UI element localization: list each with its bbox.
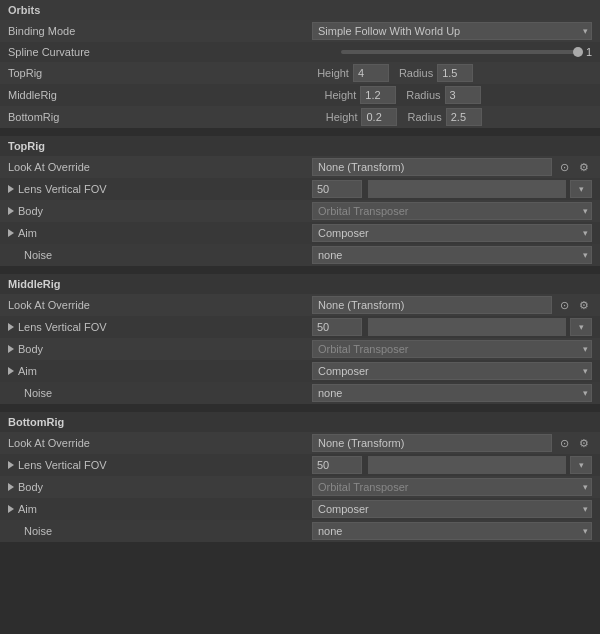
- middlerig-lookat-circle-icon[interactable]: ⊙: [556, 297, 572, 313]
- bottomrig-aim-expand[interactable]: [8, 505, 14, 513]
- middlerig-height-group: Height 1.2: [324, 86, 396, 104]
- gap-1: [0, 128, 600, 136]
- middlerig-lookat-row: Look At Override None (Transform) ⊙ ⚙: [0, 294, 600, 316]
- middlerig-noise-dropdown[interactable]: none ▾: [312, 384, 592, 402]
- middlerig-aim-label: Aim: [18, 365, 37, 377]
- bottomrig-lens-controls: 50 ▾: [312, 456, 592, 474]
- spline-curvature-label: Spline Curvature: [8, 46, 90, 58]
- toprig-radius-field[interactable]: 1.5: [437, 64, 473, 82]
- middlerig-lookat-gear-icon[interactable]: ⚙: [576, 297, 592, 313]
- bottomrig-aim-dropdown[interactable]: Composer ▾: [312, 500, 592, 518]
- bottomrig-height-label: Height: [326, 111, 358, 123]
- toprig-lens-label: Lens Vertical FOV: [18, 183, 107, 195]
- spline-curvature-value: 1: [586, 46, 592, 58]
- binding-mode-value: Simple Follow With World Up: [318, 25, 460, 37]
- bottomrig-lens-expand[interactable]: [8, 461, 14, 469]
- middlerig-noise-arrow: ▾: [583, 388, 588, 398]
- binding-mode-arrow: ▾: [583, 26, 588, 36]
- middlerig-lookat-dropdown[interactable]: None (Transform): [312, 296, 552, 314]
- middlerig-noise-label: Noise: [8, 387, 52, 399]
- middlerig-lens-value-field[interactable]: 50: [312, 318, 362, 336]
- middlerig-lookat-label: Look At Override: [8, 299, 90, 311]
- middlerig-height-field[interactable]: 1.2: [360, 86, 396, 104]
- bottomrig-radius-label: Radius: [407, 111, 441, 123]
- toprig-noise-label: Noise: [8, 249, 52, 261]
- toprig-noise-dropdown[interactable]: none ▾: [312, 246, 592, 264]
- middlerig-aim-row: Aim Composer ▾: [0, 360, 600, 382]
- gap-2: [0, 266, 600, 274]
- toprig-lookat-row: Look At Override None (Transform) ⊙ ⚙: [0, 156, 600, 178]
- spline-curvature-thumb[interactable]: [573, 47, 583, 57]
- toprig-lookat-gear-icon[interactable]: ⚙: [576, 159, 592, 175]
- toprig-aim-value: Composer: [318, 227, 369, 239]
- bottomrig-noise-dropdown[interactable]: none ▾: [312, 522, 592, 540]
- toprig-lookat-dropdown[interactable]: None (Transform): [312, 158, 552, 176]
- middlerig-body-arrow: ▾: [583, 344, 588, 354]
- bottomrig-lookat-gear-icon[interactable]: ⚙: [576, 435, 592, 451]
- toprig-aim-row: Aim Composer ▾: [0, 222, 600, 244]
- bottomrig-lens-value-field[interactable]: 50: [312, 456, 362, 474]
- bottomrig-lens-dd[interactable]: ▾: [570, 456, 592, 474]
- middlerig-lens-expand[interactable]: [8, 323, 14, 331]
- toprig-radius-label: Radius: [399, 67, 433, 79]
- toprig-lens-expand[interactable]: [8, 185, 14, 193]
- middlerig-aim-dropdown[interactable]: Composer ▾: [312, 362, 592, 380]
- bottomrig-noise-label: Noise: [8, 525, 52, 537]
- middlerig-lens-row: Lens Vertical FOV 50 ▾: [0, 316, 600, 338]
- middlerig-lens-dd[interactable]: ▾: [570, 318, 592, 336]
- bottomrig-radius-field[interactable]: 2.5: [446, 108, 482, 126]
- toprig-body-row: Body Orbital Transposer ▾: [0, 200, 600, 222]
- bottomrig-aim-arrow: ▾: [583, 504, 588, 514]
- bottomrig-height-group: Height 0.2: [326, 108, 398, 126]
- bottomrig-orbit-label: BottomRig: [8, 111, 59, 123]
- toprig-lens-right: ▾: [368, 180, 592, 198]
- bottomrig-body-dropdown[interactable]: Orbital Transposer ▾: [312, 478, 592, 496]
- middlerig-body-label: Body: [18, 343, 43, 355]
- bottomrig-lookat-circle-icon[interactable]: ⊙: [556, 435, 572, 451]
- main-panel: Orbits Binding Mode Simple Follow With W…: [0, 0, 600, 542]
- middlerig-noise-row: Noise none ▾: [0, 382, 600, 404]
- toprig-body-dropdown[interactable]: Orbital Transposer ▾: [312, 202, 592, 220]
- bottomrig-lens-right: ▾: [368, 456, 592, 474]
- middlerig-section-label: MiddleRig: [8, 278, 61, 290]
- bottomrig-lens-label: Lens Vertical FOV: [18, 459, 107, 471]
- bottomrig-noise-row: Noise none ▾: [0, 520, 600, 542]
- bottomrig-section-label: BottomRig: [8, 416, 64, 428]
- middlerig-radius-field[interactable]: 3: [445, 86, 481, 104]
- bottomrig-lookat-controls: None (Transform) ⊙ ⚙: [312, 434, 592, 452]
- middlerig-body-expand[interactable]: [8, 345, 14, 353]
- toprig-lookat-value: None (Transform): [318, 161, 404, 173]
- binding-mode-dropdown[interactable]: Simple Follow With World Up ▾: [312, 22, 592, 40]
- toprig-lens-value-field[interactable]: 50: [312, 180, 362, 198]
- toprig-lens-dd-arrow: ▾: [579, 184, 584, 194]
- bottomrig-height-field[interactable]: 0.2: [361, 108, 397, 126]
- middlerig-body-row: Body Orbital Transposer ▾: [0, 338, 600, 360]
- toprig-height-field[interactable]: 4: [353, 64, 389, 82]
- middlerig-lens-box: [368, 318, 566, 336]
- bottomrig-body-arrow: ▾: [583, 482, 588, 492]
- toprig-aim-dropdown[interactable]: Composer ▾: [312, 224, 592, 242]
- toprig-aim-expand[interactable]: [8, 229, 14, 237]
- middlerig-lens-right: ▾: [368, 318, 592, 336]
- middlerig-orbit-label: MiddleRig: [8, 89, 57, 101]
- toprig-lookat-circle-icon[interactable]: ⊙: [556, 159, 572, 175]
- bottomrig-lookat-dropdown[interactable]: None (Transform): [312, 434, 552, 452]
- middlerig-body-value: Orbital Transposer: [318, 343, 408, 355]
- bottomrig-lookat-label: Look At Override: [8, 437, 90, 449]
- middlerig-aim-expand[interactable]: [8, 367, 14, 375]
- middlerig-height-label: Height: [324, 89, 356, 101]
- toprig-orbit-row: TopRig Height 4 Radius 1.5: [0, 62, 600, 84]
- bottomrig-lookat-row: Look At Override None (Transform) ⊙ ⚙: [0, 432, 600, 454]
- toprig-lens-dd[interactable]: ▾: [570, 180, 592, 198]
- orbits-label: Orbits: [8, 4, 40, 16]
- toprig-lookat-controls: None (Transform) ⊙ ⚙: [312, 158, 592, 176]
- toprig-body-expand[interactable]: [8, 207, 14, 215]
- bottomrig-noise-value: none: [318, 525, 342, 537]
- bottomrig-orbit-row: BottomRig Height 0.2 Radius 2.5: [0, 106, 600, 128]
- toprig-lens-controls: 50 ▾: [312, 180, 592, 198]
- middlerig-lens-dd-arrow: ▾: [579, 322, 584, 332]
- middlerig-body-dropdown[interactable]: Orbital Transposer ▾: [312, 340, 592, 358]
- bottomrig-body-expand[interactable]: [8, 483, 14, 491]
- middlerig-noise-value: none: [318, 387, 342, 399]
- spline-curvature-track[interactable]: [341, 50, 580, 54]
